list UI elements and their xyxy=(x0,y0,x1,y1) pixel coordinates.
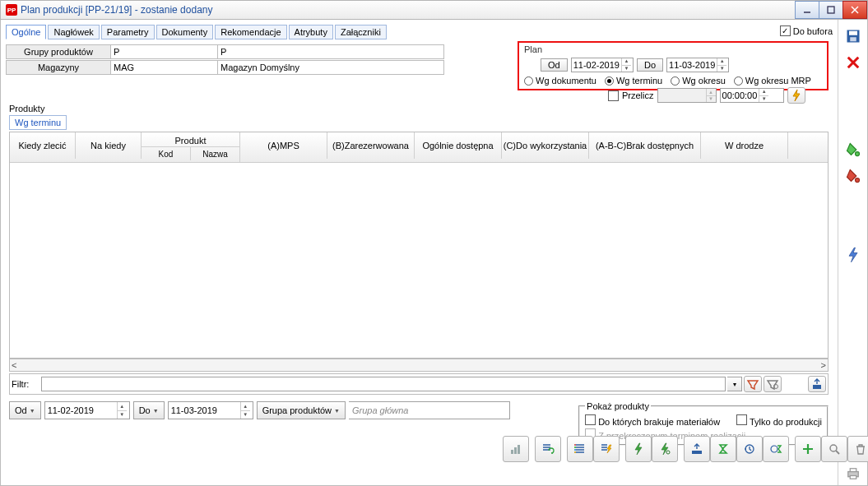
main-tabs: Ogólne Nagłówek Parametry Dokumenty Reko… xyxy=(6,25,833,39)
svg-rect-28 xyxy=(850,469,856,472)
sidebar-print-icon[interactable] xyxy=(842,462,865,485)
maximize-button[interactable] xyxy=(819,1,843,19)
col-c-do-wykorzystania: (C)Do wykorzystania xyxy=(502,132,589,159)
sidebar-lightning-blue-icon[interactable] xyxy=(842,243,865,266)
bottom-od-button[interactable]: Od▼ xyxy=(9,401,41,419)
svg-point-10 xyxy=(574,447,576,448)
toolbar-list-lines-icon[interactable] xyxy=(567,436,593,462)
radio-wg-okresu-mrp[interactable]: Wg okresu MRP xyxy=(734,76,811,86)
dobufora-checkbox[interactable] xyxy=(780,25,791,36)
minimize-button[interactable] xyxy=(795,1,819,19)
chk-brakuje-materialow[interactable] xyxy=(585,414,596,425)
tab-naglowek[interactable]: Nagłówek xyxy=(48,25,99,39)
subtab-wg-terminu[interactable]: Wg terminu xyxy=(9,115,67,130)
col-nazwa[interactable]: Nazwa xyxy=(191,147,239,160)
toolbar-list-lightning-icon[interactable] xyxy=(593,436,620,462)
plan-do-date[interactable]: 11-03-2019▲▼ xyxy=(666,58,729,72)
toolbar-list-refresh-icon[interactable] xyxy=(535,436,561,462)
radio-wg-okresu[interactable]: Wg okresu xyxy=(671,76,726,86)
filtr-export-icon[interactable] xyxy=(808,376,826,392)
svg-point-9 xyxy=(574,444,576,446)
toolbar-sigma-icon[interactable] xyxy=(710,436,736,462)
svg-point-25 xyxy=(855,178,859,183)
tab-zalaczniki[interactable]: Załączniki xyxy=(335,25,387,39)
col-ogolnie-dostepna: Ogólnie dostępna xyxy=(415,132,502,159)
bottom-toolbar xyxy=(503,436,868,462)
radio-wg-dokumentu[interactable]: Wg dokumentu xyxy=(524,76,596,86)
bottom-grupa-button[interactable]: Grupa produktów▼ xyxy=(257,401,346,419)
toolbar-lightning-green-icon[interactable] xyxy=(625,436,652,462)
bottom-grupa-value[interactable]: Grupa główna xyxy=(349,401,510,419)
sidebar-pour-red-icon[interactable] xyxy=(842,164,865,187)
dobufora-label: Do bufora xyxy=(793,26,833,36)
app-icon: PP xyxy=(6,4,17,16)
tab-parametry[interactable]: Parametry xyxy=(101,25,155,39)
grupy-produktow-label[interactable]: Grupy produktów xyxy=(6,44,111,59)
tab-dokumenty[interactable]: Dokumenty xyxy=(156,25,214,39)
przelicz-label: Przelicz xyxy=(622,90,654,100)
toolbar-trash-icon[interactable] xyxy=(847,436,868,462)
toolbar-history-sigma-icon[interactable] xyxy=(763,436,789,462)
toolbar-lightning-green2-icon[interactable] xyxy=(652,436,678,462)
bottom-do-date[interactable]: 11-03-2019▲▼ xyxy=(168,401,253,419)
svg-rect-14 xyxy=(692,451,702,454)
filtr-edit-icon[interactable] xyxy=(764,376,782,392)
filtr-input[interactable] xyxy=(41,377,726,391)
tab-rekomendacje[interactable]: Rekomendacje xyxy=(215,25,286,39)
filtr-label: Filtr: xyxy=(12,379,39,389)
tab-atrybuty[interactable]: Atrybuty xyxy=(289,25,333,39)
przelicz-value[interactable]: ▲▼ xyxy=(657,88,717,103)
sidebar-save-icon[interactable] xyxy=(842,25,865,48)
produkty-grid[interactable]: Kiedy zlecić Na kiedy Produkt Kod Nazwa … xyxy=(9,132,829,359)
produkty-label: Produkty xyxy=(9,104,44,113)
filtr-clear-icon[interactable] xyxy=(744,376,762,392)
toolbar-chart-icon[interactable] xyxy=(503,436,529,462)
window-titlebar: PP Plan produkcji [PP-21/19] - zostanie … xyxy=(0,0,868,20)
col-w-drodze: W drodze xyxy=(701,132,788,159)
col-a-mps: (A)MPS xyxy=(240,132,327,159)
przelicz-time[interactable]: 00:00:00▲▼ xyxy=(720,88,784,103)
grupy-produktow-name[interactable]: P xyxy=(218,44,444,59)
magazyny-label[interactable]: Magazyny xyxy=(6,60,111,75)
plan-od-date[interactable]: 11-02-2019▲▼ xyxy=(571,58,634,72)
filtr-dropdown[interactable]: ▾ xyxy=(727,377,742,391)
lightning-icon[interactable] xyxy=(787,87,805,104)
close-button[interactable] xyxy=(842,1,867,19)
chk-tylko-do-produkcji[interactable] xyxy=(736,414,747,425)
grupy-produktow-code[interactable]: P xyxy=(111,44,218,59)
toolbar-insert-icon[interactable] xyxy=(684,436,710,462)
grid-scrollbar-h[interactable]: <> xyxy=(9,359,829,372)
window-title: Plan produkcji [PP-21/19] - zostanie dod… xyxy=(21,4,212,16)
toolbar-add-icon[interactable] xyxy=(795,436,821,462)
plan-od-button[interactable]: Od xyxy=(541,58,568,72)
svg-rect-21 xyxy=(850,37,856,41)
svg-point-24 xyxy=(855,152,859,156)
right-sidebar xyxy=(838,20,867,485)
radio-wg-terminu[interactable]: Wg terminu xyxy=(605,76,662,86)
plan-legend: Plan xyxy=(524,44,822,54)
svg-rect-5 xyxy=(813,385,821,389)
toolbar-history-icon[interactable] xyxy=(736,436,763,462)
przelicz-checkbox[interactable] xyxy=(608,90,619,101)
pokaz-legend: Pokaż produkty xyxy=(585,401,651,411)
magazyny-code[interactable]: MAG xyxy=(111,60,218,75)
svg-rect-20 xyxy=(849,31,857,35)
bottom-do-button[interactable]: Do▼ xyxy=(133,401,165,419)
sidebar-pour-green-icon[interactable] xyxy=(842,138,865,161)
svg-point-13 xyxy=(666,451,670,454)
plan-fieldset: Plan Od 11-02-2019▲▼ Do 11-03-2019▲▼ Wg … xyxy=(518,41,829,90)
col-produkt[interactable]: Produkt Kod Nazwa xyxy=(142,132,240,162)
tab-ogolne[interactable]: Ogólne xyxy=(6,25,46,39)
svg-point-12 xyxy=(574,451,576,453)
sidebar-delete-icon[interactable] xyxy=(842,51,865,74)
col-abc-brak: (A-B-C)Brak dostępnych xyxy=(589,132,701,159)
col-kod[interactable]: Kod xyxy=(142,147,191,160)
svg-rect-1 xyxy=(828,7,834,13)
magazyny-name[interactable]: Magazyn Domyślny xyxy=(218,60,444,75)
svg-line-18 xyxy=(836,451,839,454)
plan-do-button[interactable]: Do xyxy=(637,58,663,72)
svg-point-16 xyxy=(771,446,777,452)
svg-rect-7 xyxy=(514,447,517,454)
bottom-od-date[interactable]: 11-02-2019▲▼ xyxy=(44,401,130,419)
toolbar-search-icon[interactable] xyxy=(821,436,847,462)
